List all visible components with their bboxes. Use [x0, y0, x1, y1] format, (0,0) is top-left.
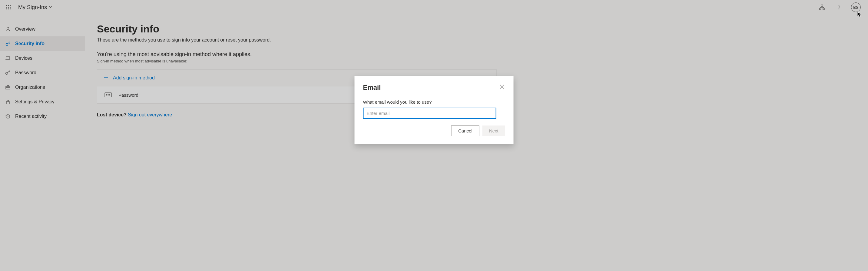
dialog-buttons: Cancel Next — [363, 125, 505, 136]
close-icon[interactable] — [499, 84, 505, 91]
dialog-title: Email — [363, 84, 381, 92]
next-button[interactable]: Next — [483, 125, 505, 136]
dialog-header: Email — [363, 84, 505, 92]
cancel-button[interactable]: Cancel — [451, 125, 479, 136]
email-input[interactable] — [363, 108, 496, 119]
dialog-label: What email would you like to use? — [363, 99, 505, 104]
email-dialog: Email What email would you like to use? … — [355, 76, 514, 144]
